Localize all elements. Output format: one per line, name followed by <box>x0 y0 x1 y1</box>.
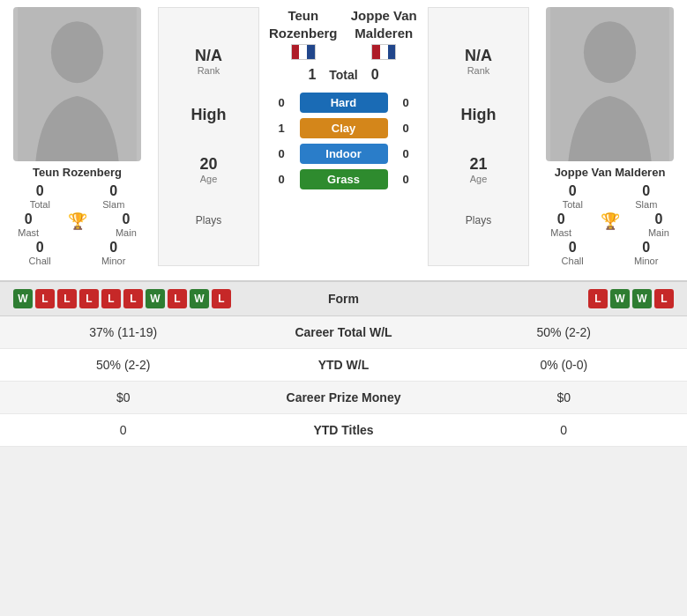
left-player-name: Teun Rozenberg <box>33 166 122 179</box>
left-badge-1: L <box>35 289 55 308</box>
left-player-card: Teun Rozenberg 0 Total 0 Slam 0 Mast <box>0 0 154 273</box>
stats-left-2: $0 <box>0 390 247 404</box>
right-main-label: Main <box>648 227 669 238</box>
svg-point-1 <box>51 21 103 83</box>
total-label: Total <box>329 68 357 82</box>
left-plays-label: Plays <box>196 214 221 226</box>
left-badge-9: L <box>212 289 231 308</box>
center-surfaces-col: Teun Rozenberg Joppe Van Malderen <box>263 0 424 273</box>
right-trophy-icon: 🏆 <box>601 212 620 230</box>
stats-right-3: 0 <box>441 423 688 437</box>
stats-left-0: 37% (11-19) <box>0 325 247 339</box>
stats-right-1: 0% (0-0) <box>441 358 688 372</box>
left-age-label: Age <box>199 174 217 184</box>
right-badge-3: L <box>654 289 674 308</box>
right-age-value: 21 <box>469 155 487 174</box>
hard-surface-btn: Hard <box>300 93 388 113</box>
stats-right-2: $0 <box>441 390 688 404</box>
right-slam-value: 0 <box>635 183 657 199</box>
left-total-label: Total <box>30 199 50 210</box>
right-player-name: Joppe Van Malderen <box>555 166 666 179</box>
left-form-badges: W L L L L L W L W L <box>13 289 291 308</box>
left-badge-4: L <box>101 289 121 308</box>
right-age-item: 21 Age <box>469 155 487 184</box>
indoor-surface-btn: Indoor <box>300 144 388 164</box>
stats-row-2: $0 Career Prize Money $0 <box>0 382 687 414</box>
left-rank-label: Rank <box>195 65 222 76</box>
top-section: Teun Rozenberg 0 Total 0 Slam 0 Mast <box>0 0 687 280</box>
left-badge-0: W <box>13 289 33 308</box>
stats-center-0: Career Total W/L <box>247 325 441 339</box>
clay-surface-row: 1 Clay 0 <box>271 118 417 138</box>
stats-right-0: 50% (2-2) <box>441 325 688 339</box>
right-minor-label: Minor <box>634 256 659 266</box>
total-row: 1 Total 0 <box>308 67 378 83</box>
left-badge-3: L <box>79 289 99 308</box>
right-badge-2: W <box>632 289 652 308</box>
form-label: Form <box>291 292 397 306</box>
clay-right-score: 0 <box>395 122 417 135</box>
right-main-value: 0 <box>648 212 669 227</box>
stats-center-3: YTD Titles <box>247 423 441 437</box>
left-flag <box>291 44 316 60</box>
left-mast-label: Mast <box>18 227 39 238</box>
stats-table: 37% (11-19) Career Total W/L 50% (2-2) 5… <box>0 316 687 447</box>
right-plays-item: Plays <box>466 214 491 226</box>
left-minor-label: Minor <box>101 256 126 266</box>
left-rank-item: N/A Rank <box>195 47 222 76</box>
stats-left-3: 0 <box>0 423 247 437</box>
right-mast-label: Mast <box>550 227 571 238</box>
left-player-avatar <box>13 7 141 161</box>
right-player-card: Joppe Van Malderen 0 Total 0 Slam 0 Mast <box>533 0 687 273</box>
left-high-value: High <box>191 106 227 124</box>
left-info-box: N/A Rank High 20 Age Plays <box>158 7 259 266</box>
left-badge-2: L <box>57 289 77 308</box>
left-total-value: 0 <box>30 183 50 199</box>
left-slam-label: Slam <box>102 199 124 210</box>
left-age-item: 20 Age <box>199 155 217 184</box>
stats-row-3: 0 YTD Titles 0 <box>0 414 687 447</box>
stats-row-1: 50% (2-2) YTD W/L 0% (0-0) <box>0 349 687 382</box>
right-mast-value: 0 <box>550 212 571 227</box>
right-header-name: Joppe Van Malderen <box>344 7 425 41</box>
hard-right-score: 0 <box>395 96 417 109</box>
left-mast-value: 0 <box>18 212 39 227</box>
left-rank-value: N/A <box>195 47 222 65</box>
total-left-score: 1 <box>308 67 316 83</box>
right-age-label: Age <box>469 174 487 184</box>
left-plays-item: Plays <box>196 214 221 226</box>
left-main-value: 0 <box>116 212 137 227</box>
stats-row-0: 37% (11-19) Career Total W/L 50% (2-2) <box>0 316 687 349</box>
clay-left-score: 1 <box>271 122 293 135</box>
left-badge-6: W <box>146 289 165 308</box>
left-header-name: Teun Rozenberg <box>263 7 344 41</box>
left-high-item: High <box>191 106 227 124</box>
right-chall-value: 0 <box>562 240 584 256</box>
left-badge-8: W <box>190 289 209 308</box>
svg-point-3 <box>584 21 636 83</box>
form-row: W L L L L L W L W L Form L W W L <box>0 280 687 316</box>
right-total-label: Total <box>563 199 583 210</box>
hard-surface-row: 0 Hard 0 <box>271 93 417 113</box>
right-rank-value: N/A <box>465 47 492 65</box>
indoor-left-score: 0 <box>271 147 293 160</box>
total-right-score: 0 <box>371 67 379 83</box>
right-high-item: High <box>461 106 497 124</box>
left-badge-5: L <box>123 289 143 308</box>
hard-left-score: 0 <box>271 96 293 109</box>
right-total-value: 0 <box>563 183 583 199</box>
right-badge-1: W <box>610 289 630 308</box>
right-minor-value: 0 <box>634 240 659 256</box>
right-rank-item: N/A Rank <box>465 47 492 76</box>
indoor-surface-row: 0 Indoor 0 <box>271 144 417 164</box>
left-main-label: Main <box>116 227 137 238</box>
grass-right-score: 0 <box>395 173 417 186</box>
grass-left-score: 0 <box>271 173 293 186</box>
left-minor-value: 0 <box>101 240 126 256</box>
right-high-value: High <box>461 106 497 124</box>
right-form-badges: L W W L <box>397 289 675 308</box>
right-player-avatar <box>546 7 674 161</box>
left-chall-value: 0 <box>29 240 51 256</box>
right-flag <box>371 44 396 60</box>
left-trophy-icon: 🏆 <box>68 212 87 231</box>
